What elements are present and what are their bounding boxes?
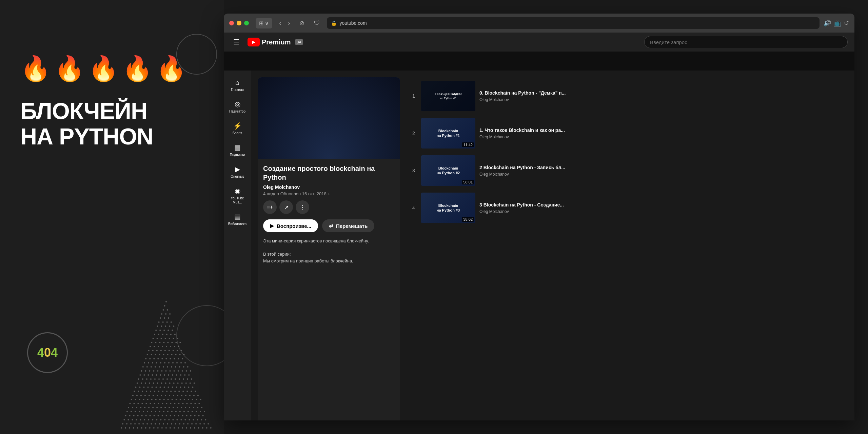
url-text: youtube.com (339, 20, 367, 26)
nav-buttons: ‹ › (276, 18, 293, 28)
youtube-logo[interactable]: Premium ВА (248, 38, 303, 46)
playlist-action-buttons: ≡+ ↗ ⋮ (263, 200, 395, 214)
browser-window: ⊞ ∨ ‹ › ⊘ 🛡 🔒 youtube.com 🔊 📺 ↺ ☰ (224, 0, 868, 434)
video-title: 0. Blockchain на Python - "Демка" п... (479, 90, 844, 96)
sidebar-item-shorts[interactable]: ⚡ Shorts (225, 119, 250, 138)
current-video-sub: на Python #0 (440, 97, 456, 100)
back-button[interactable]: ‹ (276, 18, 284, 28)
video-list-item[interactable]: 2 Blockchainна Python #1 11:42 1. Что та… (407, 115, 848, 152)
playlist-description: Эта мини-серия скринкастов посвящена бло… (263, 238, 395, 264)
current-video-badge: ТЕКУЩЕЕ ВИДЕО на Python #0 (421, 81, 475, 111)
video-list-item[interactable]: 1 ТЕКУЩЕЕ ВИДЕО на Python #0 0. Blockcha… (407, 77, 848, 115)
flames-decoration: 🔥🔥🔥🔥🔥 (20, 54, 186, 83)
error-0: 0 (44, 346, 51, 360)
more-options-button[interactable]: ⋮ (296, 200, 309, 214)
maximize-button[interactable] (244, 21, 249, 25)
music-icon: ◉ (235, 187, 240, 195)
video-thumbnail: Blockchainна Python #2 58:01 (421, 155, 475, 186)
play-button[interactable]: ▶ Воспроизве... (263, 219, 318, 232)
sidebar-item-home[interactable]: ⌂ Главная (225, 76, 250, 95)
premium-badge: ВА (295, 39, 303, 45)
play-shuffle-row: ▶ Воспроизве... ⇄ Перемешать (263, 219, 395, 232)
premium-text: Premium (262, 38, 291, 46)
shuffle-label: Перемешать (336, 223, 368, 229)
current-badge-text: ТЕКУЩЕЕ ВИДЕО (435, 92, 462, 96)
sidebar-item-youtube-music[interactable]: ◉ YouTube Mus... (225, 184, 250, 207)
shield-button[interactable]: 🛡 (311, 18, 323, 28)
title-line2: НА PYTHON (20, 124, 153, 149)
search-input[interactable] (650, 39, 842, 45)
video-duration: 58:01 (462, 180, 474, 184)
video-list-panel: 1 ТЕКУЩЕЕ ВИДЕО на Python #0 0. Blockcha… (407, 77, 848, 420)
video-duration: 11:42 (462, 142, 474, 147)
video-list-item[interactable]: 3 Blockchainна Python #2 58:01 2 Blockch… (407, 152, 848, 189)
sidebar-navigator-label: Навигатор (229, 110, 245, 114)
video-title: 2 Blockchain на Python - Запись бл... (479, 164, 844, 171)
add-to-playlist-button[interactable]: ≡+ (263, 200, 277, 214)
playlist-meta: 4 видео Обновлен 16 окт. 2018 г. (263, 191, 395, 196)
desc-line3: Мы смотрим на принцип работы блокчейна, (263, 258, 395, 264)
desc-line2: В этой серии: (263, 251, 395, 258)
extensions-button[interactable]: ⊘ (297, 18, 307, 28)
home-icon: ⌂ (235, 79, 239, 86)
minimize-button[interactable] (237, 21, 241, 25)
lock-icon: 🔒 (331, 20, 337, 26)
close-button[interactable] (229, 21, 234, 25)
sidebar-item-navigator[interactable]: ◎ Навигатор (225, 97, 250, 116)
sidebar-item-subscriptions[interactable]: ▤ Подписки (225, 141, 250, 160)
error-4-left: 4 (37, 346, 44, 360)
originals-icon: ▶ (235, 165, 240, 173)
video-number: 3 (410, 168, 417, 173)
sidebar-library-label: Библиотека (228, 222, 246, 226)
sidebar-subscriptions-label: Подписки (230, 153, 245, 157)
youtube-header: ☰ Premium ВА (224, 33, 854, 52)
share-button[interactable]: ↗ (279, 200, 293, 214)
error-4-right: 4 (51, 346, 58, 360)
compass-icon: ◎ (235, 100, 240, 108)
refresh-icon[interactable]: ↺ (844, 19, 849, 27)
video-info: 3 Blockchain на Python - Создание... Ole… (479, 202, 844, 214)
shorts-icon: ⚡ (233, 122, 242, 130)
youtube-app: ☰ Premium ВА ⌂ Главная (224, 33, 854, 420)
sidebar-home-label: Главная (231, 88, 244, 92)
browser-title-bar: ⊞ ∨ ‹ › ⊘ 🛡 🔒 youtube.com 🔊 📺 ↺ (224, 14, 854, 33)
sidebar-originals-label: Originals (231, 175, 244, 179)
address-bar[interactable]: 🔒 youtube.com (327, 17, 820, 29)
video-list-item[interactable]: 4 Blockchainна Python #3 38:02 3 Blockch… (407, 189, 848, 226)
video-channel: Oleg Molchanov (479, 209, 844, 214)
shuffle-icon: ⇄ (329, 223, 333, 229)
dot-matrix-decoration: /* dots rendered below */ (119, 298, 214, 434)
sidebar-item-library[interactable]: ▤ Библиотека (225, 210, 250, 229)
menu-hamburger-icon[interactable]: ☰ (231, 35, 242, 49)
sidebar-item-originals[interactable]: ▶ Originals (225, 162, 250, 181)
browser-action-buttons: 🔊 📺 ↺ (824, 19, 849, 27)
left-decorative-panel: 🔥🔥🔥🔥🔥 БЛОКЧЕЙН НА PYTHON /* dots rendere… (0, 0, 224, 434)
main-title: БЛОКЧЕЙН НА PYTHON (20, 98, 153, 149)
video-thumbnail: ТЕКУЩЕЕ ВИДЕО на Python #0 (421, 81, 475, 111)
video-number: 4 (410, 205, 417, 211)
video-channel: Oleg Molchanov (479, 172, 844, 177)
video-duration: 38:02 (462, 217, 474, 222)
thumb-text: Blockchainна Python #2 (437, 166, 460, 176)
youtube-content-area: Blockchain на Python #0 Создание простог… (251, 71, 854, 420)
search-container (644, 36, 848, 48)
library-icon: ▤ (234, 213, 241, 221)
traffic-lights (229, 21, 249, 25)
youtube-logo-icon (248, 38, 260, 46)
video-info: 1. Что такое Blockchain и как он ра... O… (479, 127, 844, 139)
audio-icon[interactable]: 🔊 (824, 19, 831, 27)
play-icon: ▶ (270, 223, 274, 229)
video-number: 2 (410, 131, 417, 136)
cast-icon[interactable]: 📺 (834, 19, 841, 27)
title-line1: БЛОКЧЕЙН (20, 98, 153, 124)
thumb-text: Blockchainна Python #3 (437, 203, 460, 213)
sidebar-toggle-button[interactable]: ⊞ ∨ (256, 18, 272, 28)
forward-button[interactable]: › (285, 18, 293, 28)
sidebar-music-label: YouTube Mus... (226, 196, 248, 204)
subscriptions-icon: ▤ (234, 143, 241, 152)
playlist-info: Создание простого blockchain на Python O… (258, 159, 400, 270)
video-title: 3 Blockchain на Python - Создание... (479, 202, 844, 208)
error-404-badge: 4 0 4 (27, 332, 68, 373)
shuffle-button[interactable]: ⇄ Перемешать (322, 219, 374, 232)
playlist-panel: Blockchain на Python #0 Создание простог… (258, 77, 400, 420)
